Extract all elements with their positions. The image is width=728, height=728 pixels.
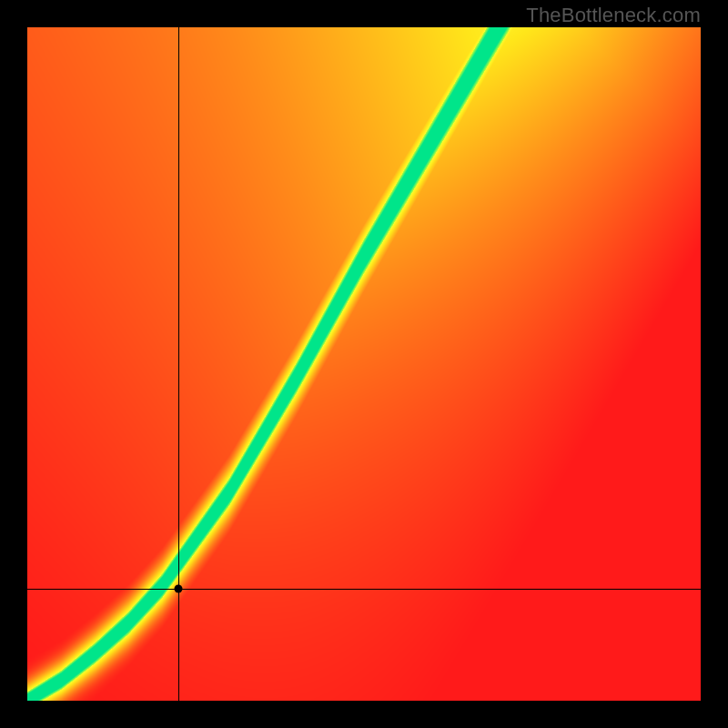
chart-frame: TheBottleneck.com (0, 0, 728, 728)
attribution-text: TheBottleneck.com (526, 4, 701, 27)
heatmap-canvas (27, 27, 701, 701)
heatmap-plot (27, 27, 701, 701)
